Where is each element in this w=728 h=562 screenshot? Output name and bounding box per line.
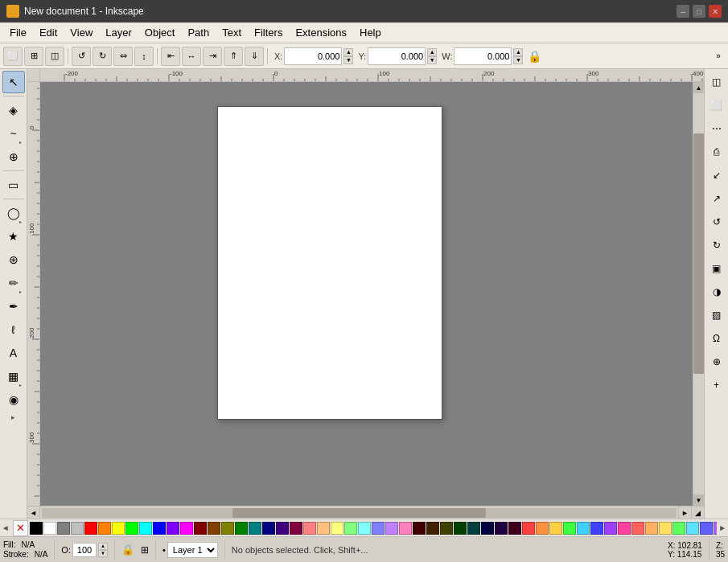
color-swatch[interactable] [139,522,152,535]
color-swatch[interactable] [167,522,179,535]
tool-pen[interactable]: ✒ [2,295,25,318]
menu-edit[interactable]: Edit [33,25,64,40]
hscroll-thumb[interactable] [232,508,487,518]
color-swatch[interactable] [125,522,138,535]
color-swatch[interactable] [358,522,371,535]
color-swatch[interactable] [590,522,603,535]
cmd-undo[interactable]: ↺ [72,47,91,66]
tool-pencil[interactable]: ✏▸ [2,272,25,294]
hscroll-left[interactable]: ◄ [27,507,40,519]
tool-selector[interactable]: ↖ [2,71,25,93]
w-spin-down[interactable]: ▼ [513,56,523,64]
status-lock2-icon[interactable]: ⊞ [141,544,149,556]
color-swatch[interactable] [276,522,289,535]
menu-filters[interactable]: Filters [248,25,289,40]
close-button[interactable]: ✕ [709,5,722,18]
color-swatch[interactable] [536,522,549,535]
cmd-align-center[interactable]: ↔ [182,47,201,66]
color-swatch[interactable] [153,522,166,535]
tool-node[interactable]: ◈ [2,99,25,121]
color-swatch[interactable] [385,522,398,535]
x-spin-down[interactable]: ▼ [343,56,353,64]
right-tool-more[interactable]: + [705,374,728,396]
vscrollbar[interactable]: ▲ ▼ [693,82,704,506]
tool-circle[interactable]: ◯▸ [2,202,25,224]
color-swatch[interactable] [508,522,521,535]
tool-dropper[interactable]: ◉ [2,388,25,411]
tool-star[interactable]: ★ [2,225,25,248]
color-swatch[interactable] [290,522,302,535]
hscroll-right[interactable]: ► [678,507,691,519]
color-swatch[interactable] [659,522,672,535]
w-spin-up[interactable]: ▲ [513,48,523,56]
color-swatch[interactable] [672,522,685,535]
color-swatch[interactable] [577,522,590,535]
color-swatch[interactable] [604,522,617,535]
y-spin-down[interactable]: ▼ [427,56,437,64]
canvas-viewport[interactable]: ▲ ▼ [40,82,704,506]
menu-extensions[interactable]: Extensions [289,25,353,40]
palette-left-arrow[interactable]: ◄ [0,520,11,536]
minimize-button[interactable]: – [677,5,689,18]
right-tool-redo-hist[interactable]: ↻ [705,234,728,256]
menu-object[interactable]: Object [138,25,182,40]
opacity-up[interactable]: ▲ [98,543,108,550]
hscroll-corner[interactable]: ◢ [691,507,704,519]
y-input[interactable] [368,47,426,65]
x-spin-up[interactable]: ▲ [343,48,353,56]
tool-tweak[interactable]: ~▸ [2,122,25,145]
color-swatch[interactable] [522,522,535,535]
right-tool-symbols[interactable]: Ω [705,327,728,350]
menu-path[interactable]: Path [181,25,216,40]
tool-gradient[interactable]: ▦▸ [2,365,25,388]
color-swatch[interactable] [426,522,439,535]
color-swatch[interactable] [481,522,494,535]
color-swatch[interactable] [208,522,220,535]
right-tool-obj-props[interactable]: ⬜ [705,94,728,117]
color-swatch[interactable] [71,522,84,535]
color-swatch[interactable] [30,522,43,535]
lock-icon[interactable]: 🔒 [528,50,541,63]
color-swatch[interactable] [700,522,713,535]
cmd-align-left[interactable]: ⇤ [161,47,180,66]
color-swatch[interactable] [686,522,699,535]
right-tool-doc-props[interactable]: ◫ [705,71,728,93]
y-spin-up[interactable]: ▲ [427,48,437,56]
vscroll-down[interactable]: ▼ [693,494,705,506]
color-swatch[interactable] [563,522,576,535]
menu-view[interactable]: View [64,25,99,40]
tool-rect[interactable]: ▭ [2,174,25,196]
color-swatch[interactable] [454,522,467,535]
color-swatch[interactable] [317,522,330,535]
color-swatch[interactable] [618,522,631,535]
color-swatch[interactable] [43,522,56,535]
hscrollbar[interactable]: ◄ ► ◢ [27,506,704,519]
menu-help[interactable]: Help [353,25,388,40]
palette-no-color[interactable]: ✕ [13,520,28,536]
cmd-btn-1[interactable]: ⬜ [3,47,23,66]
layer-select[interactable]: Layer 1 [167,542,218,558]
color-swatch[interactable] [262,522,275,535]
right-tool-swatches[interactable]: ▨ [705,304,728,326]
color-swatch[interactable] [549,522,562,535]
color-swatch[interactable] [84,522,97,535]
right-tool-undo-hist[interactable]: ↺ [705,211,728,233]
maximize-button[interactable]: □ [693,5,705,18]
status-lock-icon[interactable]: 🔒 [121,544,134,556]
color-swatch[interactable] [495,522,508,535]
color-swatch[interactable] [98,522,111,535]
cmd-zoom-out[interactable]: ↕ [134,47,154,66]
menu-layer[interactable]: Layer [99,25,138,40]
opacity-input[interactable] [72,543,97,557]
color-swatch[interactable] [112,522,125,535]
palette-right-arrow[interactable]: ► [717,520,728,536]
opacity-down[interactable]: ▼ [98,550,108,557]
cmd-align-right[interactable]: ⇥ [203,47,222,66]
commandbar-expand[interactable]: » [712,47,725,66]
color-swatch[interactable] [331,522,343,535]
x-input[interactable] [284,47,342,65]
color-swatch[interactable] [303,522,316,535]
w-input[interactable] [454,47,512,65]
color-swatch[interactable] [249,522,261,535]
color-swatch[interactable] [180,522,193,535]
